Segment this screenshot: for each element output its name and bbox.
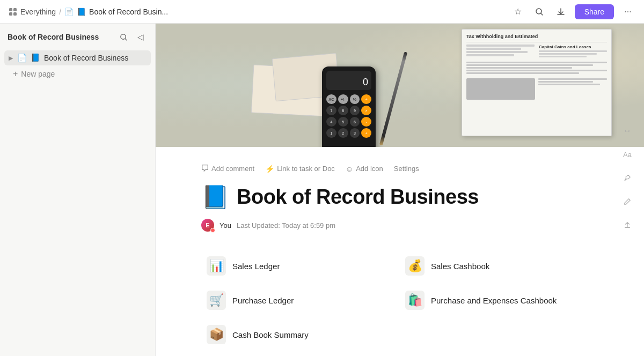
new-page-button[interactable]: + New page bbox=[4, 66, 151, 81]
share-button[interactable]: Share bbox=[575, 4, 614, 19]
calc-btn: +/- bbox=[338, 94, 348, 104]
content-area: 0 AC +/- % ÷ 7 8 9 × 4 5 6 - 1 2 3 bbox=[156, 24, 644, 356]
svg-rect-2 bbox=[9, 12, 12, 16]
breadcrumb-app[interactable]: Everything bbox=[9, 8, 56, 16]
sidebar: Book of Record Business ◁ ▶ 📄 📘 Book of … bbox=[0, 24, 156, 356]
subpage-icon-purchase-cashbook: 🛍️ bbox=[405, 291, 425, 310]
subpage-item-sales-ledger[interactable]: 📊 Sales Ledger bbox=[201, 249, 400, 283]
add-icon-button[interactable]: ☺ Add icon bbox=[346, 165, 383, 173]
calc-btn: 8 bbox=[338, 106, 348, 115]
sidebar-header: Book of Record Business ◁ bbox=[0, 24, 155, 48]
add-icon-label: Add icon bbox=[356, 165, 383, 173]
tax-doc-decoration: Tax Withholding and Estimated Capital Ga… bbox=[462, 29, 612, 136]
emoji-icon: ☺ bbox=[346, 165, 353, 173]
search-button[interactable] bbox=[532, 4, 547, 19]
new-page-label: New page bbox=[21, 70, 55, 78]
subpage-label-cashbook-summary: Cash Book Summary bbox=[232, 330, 309, 339]
subpage-icon-sales-cashbook: 💰 bbox=[405, 256, 425, 276]
page-toolbar: Add comment ⚡ Link to task or Doc ☺ Add … bbox=[201, 164, 598, 173]
breadcrumb-doc-title: Book of Record Busin... bbox=[89, 8, 168, 16]
settings-label: Settings bbox=[394, 165, 419, 173]
doc-file-icon: 📄 bbox=[17, 53, 27, 63]
pin-button[interactable] bbox=[619, 170, 635, 186]
calc-btn: 5 bbox=[338, 117, 348, 127]
link-to-task-button[interactable]: ⚡ Link to task or Doc bbox=[265, 165, 335, 173]
calc-btn: 7 bbox=[326, 106, 336, 115]
share-floating-button[interactable] bbox=[619, 217, 635, 233]
doc-page-icon: 📘 bbox=[77, 8, 86, 16]
calc-screen: 0 bbox=[326, 71, 371, 90]
calc-btn: 1 bbox=[326, 128, 336, 138]
sidebar-item-main-doc[interactable]: ▶ 📄 📘 Book of Record Business bbox=[4, 50, 151, 65]
page-title-emoji: 📘 bbox=[201, 184, 229, 210]
subpage-label-sales-ledger: Sales Ledger bbox=[232, 262, 280, 271]
doc-icon: 📄 bbox=[64, 8, 74, 16]
meta-you-label: You bbox=[219, 221, 231, 229]
font-size-button[interactable]: Aa bbox=[619, 146, 635, 162]
plus-icon: + bbox=[13, 69, 18, 79]
subpage-icon-purchase-ledger: 🛒 bbox=[207, 291, 226, 310]
calc-btn: ÷ bbox=[361, 94, 371, 104]
page-meta: E You Last Updated: Today at 6:59 pm bbox=[201, 219, 598, 232]
subpage-item-purchase-cashbook[interactable]: 🛍️ Purchase and Expenses Cashbook bbox=[400, 283, 598, 317]
subpage-item-sales-cashbook[interactable]: 💰 Sales Cashbook bbox=[400, 249, 598, 283]
chevron-icon: ▶ bbox=[9, 55, 13, 62]
svg-rect-3 bbox=[13, 12, 17, 16]
pin-icon bbox=[624, 174, 631, 182]
subpage-item-purchase-ledger[interactable]: 🛒 Purchase Ledger bbox=[201, 283, 400, 317]
avatar-letter: E bbox=[206, 222, 209, 228]
bookmark-button[interactable]: ☆ bbox=[510, 4, 525, 19]
edit-icon bbox=[624, 198, 631, 205]
download-button[interactable] bbox=[553, 4, 568, 19]
cover-image: 0 AC +/- % ÷ 7 8 9 × 4 5 6 - 1 2 3 bbox=[156, 24, 644, 147]
subpage-icon-sales-ledger: 📊 bbox=[207, 256, 226, 276]
meta-updated-label: Last Updated: Today at 6:59 pm bbox=[237, 221, 335, 229]
calc-btn: 9 bbox=[350, 106, 360, 115]
search-icon bbox=[120, 33, 128, 41]
more-options-button[interactable]: ··· bbox=[620, 4, 635, 19]
page-title-row: 📘 Book of Record Business bbox=[201, 184, 598, 210]
subpage-label-purchase-cashbook: Purchase and Expenses Cashbook bbox=[431, 296, 557, 305]
calc-btn: 2 bbox=[338, 128, 348, 138]
avatar: E bbox=[201, 219, 214, 232]
svg-rect-1 bbox=[13, 8, 17, 11]
app-grid-icon bbox=[9, 8, 17, 16]
settings-button[interactable]: Settings bbox=[394, 165, 419, 173]
download-icon bbox=[557, 8, 565, 16]
edit-button[interactable] bbox=[619, 194, 635, 210]
search-icon bbox=[535, 8, 544, 16]
sidebar-title: Book of Record Business bbox=[8, 33, 99, 41]
breadcrumb: Everything / 📄 📘 Book of Record Busin... bbox=[9, 8, 168, 16]
subpage-item-cashbook-summary[interactable]: 📦 Cash Book Summary bbox=[201, 317, 400, 352]
breadcrumb-separator: / bbox=[59, 8, 61, 16]
expand-button[interactable]: ↔ bbox=[619, 123, 635, 139]
calc-btn: - bbox=[361, 117, 371, 127]
calculator-decoration: 0 AC +/- % ÷ 7 8 9 × 4 5 6 - 1 2 3 bbox=[322, 66, 376, 147]
subpage-label-sales-cashbook: Sales Cashbook bbox=[431, 262, 489, 271]
calc-btn: × bbox=[361, 106, 371, 115]
right-actions-panel: ↔ Aa bbox=[619, 123, 635, 233]
page-title[interactable]: Book of Record Business bbox=[237, 186, 479, 209]
calc-buttons: AC +/- % ÷ 7 8 9 × 4 5 6 - 1 2 3 + bbox=[326, 94, 371, 138]
calc-btn: 6 bbox=[350, 117, 360, 127]
calc-btn: AC bbox=[326, 94, 336, 104]
sidebar-search-button[interactable] bbox=[116, 30, 130, 44]
topbar: Everything / 📄 📘 Book of Record Busin...… bbox=[0, 0, 644, 24]
calc-btn: + bbox=[361, 128, 371, 138]
sidebar-header-icons: ◁ bbox=[116, 30, 148, 44]
subpages-grid: 📊 Sales Ledger 💰 Sales Cashbook 🛒 Purcha… bbox=[201, 249, 598, 352]
add-comment-label: Add comment bbox=[211, 165, 254, 173]
sidebar-collapse-button[interactable]: ◁ bbox=[134, 30, 148, 44]
comment-svg-icon bbox=[201, 164, 209, 172]
avatar-badge bbox=[210, 228, 215, 233]
breadcrumb-doc[interactable]: 📄 📘 Book of Record Busin... bbox=[64, 8, 168, 16]
calc-btn: 4 bbox=[326, 117, 336, 127]
link-to-task-label: Link to task or Doc bbox=[277, 165, 335, 173]
add-comment-button[interactable]: Add comment bbox=[201, 164, 254, 173]
svg-rect-0 bbox=[9, 8, 12, 11]
subpage-label-purchase-ledger: Purchase Ledger bbox=[232, 296, 294, 305]
link-icon: ⚡ bbox=[265, 165, 274, 173]
breadcrumb-app-label: Everything bbox=[20, 8, 56, 16]
sidebar-nav: ▶ 📄 📘 Book of Record Business + New page bbox=[0, 48, 155, 356]
doc-emoji-icon: 📘 bbox=[31, 53, 41, 63]
